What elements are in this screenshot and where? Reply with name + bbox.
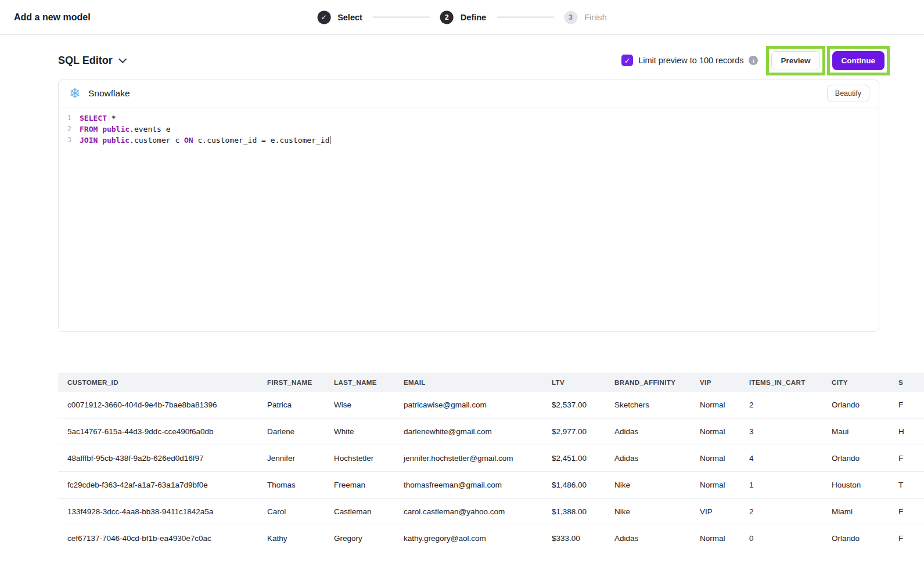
continue-button[interactable]: Continue: [832, 51, 885, 70]
sql-code-editor[interactable]: 1SELECT *2FROM public.events e3JOIN publ…: [59, 107, 879, 331]
top-bar: Add a new model ✓ Select 2 Define 3 Fini…: [0, 0, 924, 35]
sql-keyword: SELECT: [80, 114, 107, 122]
table-cell: carol.castleman@yahoo.com: [394, 499, 542, 525]
table-cell: Patrica: [258, 392, 325, 418]
table-cell: $1,486.00: [542, 472, 605, 499]
stepper-connector: [373, 17, 430, 18]
code-text: JOIN public.customer c ON c.customer_id …: [71, 135, 330, 146]
chevron-down-icon: [118, 55, 127, 63]
editor-toolbar: SQL Editor ✓ Limit preview to 100 record…: [58, 46, 890, 74]
limit-preview-checkbox[interactable]: ✓: [621, 55, 633, 66]
info-icon[interactable]: i: [749, 56, 758, 65]
wizard-stepper: ✓ Select 2 Define 3 Finish: [317, 10, 607, 24]
table-cell: F: [889, 392, 924, 418]
table-row: 133f4928-3dcc-4aa8-bb38-9411c1842a5aCaro…: [58, 499, 924, 525]
query-mode-dropdown[interactable]: SQL Editor: [58, 55, 124, 67]
table-cell: 3: [740, 418, 822, 445]
step-select[interactable]: ✓ Select: [317, 10, 362, 24]
column-header: BRAND_AFFINITY: [605, 373, 691, 392]
table-cell: T: [889, 472, 924, 499]
check-icon: ✓: [321, 14, 327, 21]
table-row: 48afffbf-95cb-438f-9a2b-626ed0d16f97Jenn…: [58, 445, 924, 472]
table-cell: Freeman: [325, 472, 394, 499]
snowflake-icon: ❄: [68, 86, 82, 100]
step-number-badge: 3: [564, 10, 577, 24]
table-cell: $2,451.00: [542, 445, 605, 472]
sql-text: [98, 136, 102, 145]
column-header: ITEMS_IN_CART: [740, 373, 822, 392]
table-cell: F: [889, 445, 924, 472]
table-cell: Gregory: [325, 525, 394, 552]
editor-header: ❄ Snowflake Beautify: [59, 80, 879, 107]
table-cell: Maui: [822, 418, 889, 445]
table-cell: Carol: [258, 499, 325, 525]
table-cell: F: [889, 499, 924, 525]
table-cell: Nike: [605, 499, 691, 525]
table-cell: Thomas: [258, 472, 325, 499]
table-cell: F: [889, 525, 924, 552]
table-row: cef67137-7046-40cd-bf1b-ea4930e7c0acKath…: [58, 525, 924, 552]
code-line[interactable]: 2FROM public.events e: [59, 124, 879, 135]
sql-keyword: JOIN: [80, 136, 98, 145]
step-finish: 3 Finish: [564, 10, 607, 24]
beautify-button[interactable]: Beautify: [827, 85, 869, 102]
table-cell: Wise: [325, 392, 394, 418]
table-cell: Orlando: [822, 525, 889, 552]
step-define[interactable]: 2 Define: [440, 10, 486, 24]
table-cell: Darlene: [258, 418, 325, 445]
line-number: 3: [59, 135, 71, 146]
line-number: 1: [59, 113, 71, 124]
table-cell: Normal: [691, 445, 740, 472]
sql-text: .customer c: [130, 136, 184, 145]
table-cell: $1,388.00: [542, 499, 605, 525]
table-cell: patricawise@gmail.com: [394, 392, 542, 418]
connector-name: Snowflake: [88, 88, 130, 99]
toolbar-actions: ✓ Limit preview to 100 records i Preview…: [621, 46, 890, 75]
table-cell: cef67137-7046-40cd-bf1b-ea4930e7c0ac: [58, 525, 258, 552]
column-header: VIP: [691, 373, 740, 392]
table-cell: 48afffbf-95cb-438f-9a2b-626ed0d16f97: [58, 445, 258, 472]
table-header: CUSTOMER_IDFIRST_NAMELAST_NAMEEMAILLTVBR…: [58, 373, 924, 392]
sql-keyword: FROM: [80, 125, 98, 133]
table-row: 5ac14767-615a-44d3-9ddc-cce490f6a0dbDarl…: [58, 418, 924, 445]
sql-editor-card: ❄ Snowflake Beautify 1SELECT *2FROM publ…: [58, 80, 879, 332]
table-cell: fc29cdeb-f363-42af-a1a7-63a1a7d9bf0e: [58, 472, 258, 499]
column-header: CUSTOMER_ID: [58, 373, 258, 392]
step-define-label: Define: [461, 13, 486, 22]
step-number-badge: 2: [440, 10, 454, 24]
sql-keyword: public: [102, 125, 130, 133]
page-title: Add a new model: [14, 12, 91, 23]
column-header: CITY: [822, 373, 889, 392]
table-cell: darlenewhite@gmail.com: [394, 418, 542, 445]
sql-text: c.customer_id = e.customer_id: [193, 136, 330, 145]
table-cell: Adidas: [605, 418, 691, 445]
table-cell: $333.00: [542, 525, 605, 552]
limit-preview-group: ✓ Limit preview to 100 records i: [621, 55, 758, 66]
table-cell: 2: [740, 392, 822, 418]
line-number: 2: [59, 124, 71, 135]
table-cell: VIP: [691, 499, 740, 525]
table-cell: c0071912-3660-404d-9e4b-7bae8ba81396: [58, 392, 258, 418]
results-preview-table: CUSTOMER_IDFIRST_NAMELAST_NAMEEMAILLTVBR…: [58, 373, 924, 551]
sql-text: [98, 125, 102, 133]
sql-text: *: [107, 114, 116, 122]
table-cell: jennifer.hochstetler@gmail.com: [394, 445, 542, 472]
table-cell: 0: [740, 525, 822, 552]
code-line[interactable]: 1SELECT *: [59, 113, 879, 124]
table-cell: 2: [740, 499, 822, 525]
sql-keyword: ON: [184, 136, 193, 145]
table-body: c0071912-3660-404d-9e4b-7bae8ba81396Patr…: [58, 392, 924, 551]
preview-button[interactable]: Preview: [771, 51, 819, 70]
table-cell: Normal: [691, 392, 740, 418]
table-cell: Normal: [691, 525, 740, 552]
table-row: fc29cdeb-f363-42af-a1a7-63a1a7d9bf0eThom…: [58, 472, 924, 499]
code-text: FROM public.events e: [71, 124, 171, 135]
code-line[interactable]: 3JOIN public.customer c ON c.customer_id…: [59, 135, 879, 146]
step-complete-icon: ✓: [317, 10, 330, 24]
table-cell: Jennifer: [258, 445, 325, 472]
table-cell: Kathy: [258, 525, 325, 552]
annotation-highlight-preview: Preview: [766, 46, 825, 75]
table-cell: Houston: [822, 472, 889, 499]
table-cell: 133f4928-3dcc-4aa8-bb38-9411c1842a5a: [58, 499, 258, 525]
table-cell: Hochstetler: [325, 445, 394, 472]
